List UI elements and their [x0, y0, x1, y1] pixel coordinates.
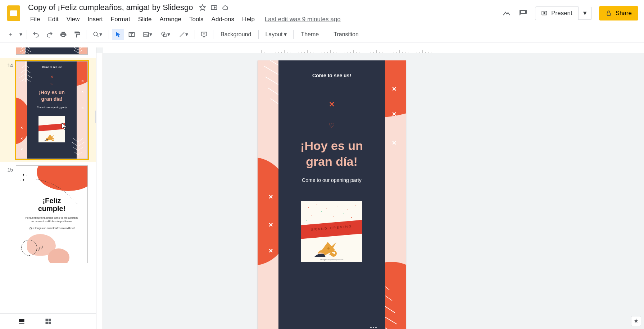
menu-tools[interactable]: Tools [186, 14, 207, 24]
present-label: Present [551, 10, 572, 17]
share-label: Share [616, 10, 632, 17]
slide-dark-panel: Come to see us! ✕ ♡ ¡Hoy es ungran día! … [278, 60, 385, 329]
select-tool[interactable] [112, 29, 124, 40]
filmstrip[interactable]: 14 ✕ ✕ ✕ ✕ ✕ ✕ Come to see us! ✕ ♡ ¡Hoy … [0, 47, 96, 329]
last-edit-link[interactable]: Last edit was 9 minutes ago [265, 16, 341, 23]
slide-number-15: 15 [3, 165, 16, 263]
filmstrip-view-button[interactable] [17, 317, 26, 326]
slide-heart-deco: ♡ [329, 122, 335, 129]
new-slide-button[interactable]: ＋ [4, 29, 17, 40]
thumb14-sub: Come to our opening party [37, 106, 67, 109]
menu-slide[interactable]: Slide [135, 14, 155, 24]
theme-button[interactable]: Theme [296, 31, 323, 38]
comment-button[interactable] [198, 29, 210, 40]
svg-point-30 [327, 247, 330, 250]
document-info: Copy of ¡Feliz cumpleaños, amiga! by Sli… [27, 2, 495, 24]
line-tool[interactable]: ▾ [175, 29, 192, 40]
grid-view-button[interactable] [44, 317, 53, 326]
slide-image[interactable]: GRAND OPENING designed by freepik.com [301, 201, 362, 262]
menu-file[interactable]: File [27, 14, 44, 24]
menu-addons[interactable]: Add-ons [208, 14, 238, 24]
svg-rect-10 [19, 319, 24, 322]
slide-thumb-14-row: 14 ✕ ✕ ✕ ✕ ✕ ✕ Come to see us! ✕ ♡ ¡Hoy … [0, 58, 96, 162]
svg-rect-11 [19, 323, 24, 324]
share-button[interactable]: Share [599, 6, 638, 20]
shape-tool[interactable]: ▾ [157, 29, 174, 40]
app-header: Copy of ¡Feliz cumpleaños, amiga! by Sli… [0, 0, 644, 24]
svg-point-27 [307, 220, 307, 221]
image-attribution: designed by freepik.com [301, 259, 362, 261]
present-button[interactable]: Present [535, 6, 579, 20]
slide-number-14: 14 [3, 61, 16, 159]
svg-point-9 [52, 138, 54, 141]
slides-logo[interactable] [5, 3, 22, 23]
menu-edit[interactable]: Edit [44, 14, 62, 24]
paint-format-button[interactable] [71, 29, 83, 40]
svg-rect-14 [46, 321, 48, 324]
doc-title[interactable]: Copy of ¡Feliz cumpleaños, amiga! by Sli… [27, 2, 195, 13]
slide-canvas[interactable]: ✕ ✕ ✕ ✕ ✕ ✕ Come to see us! ✕ ♡ ¡Hoy es … [258, 60, 406, 329]
undo-button[interactable] [30, 29, 42, 40]
slide-thumb-14[interactable]: ✕ ✕ ✕ ✕ ✕ ✕ Come to see us! ✕ ♡ ¡Hoy es … [16, 61, 88, 159]
move-icon[interactable] [210, 4, 218, 11]
slide-top-text[interactable]: Come to see us! [312, 73, 351, 78]
filmstrip-footer [0, 313, 96, 329]
toolbar: ＋ ▾ ▾ ▾ ▾ ▾ Background Layout ▾ Theme Tr… [0, 27, 644, 42]
svg-rect-2 [607, 13, 610, 15]
svg-point-22 [312, 215, 312, 216]
slide-subtitle[interactable]: Come to our opening party [302, 177, 362, 183]
menu-arrange[interactable]: Arrange [156, 14, 185, 24]
svg-point-25 [321, 211, 322, 212]
present-options-button[interactable]: ▼ [579, 7, 592, 20]
slide-thumb-15[interactable]: ✦ · · ✦ ¡Felizcumple! Porque tengo una a… [16, 165, 88, 263]
ruler-horizontal: document.write(Array.from({length:60},(_… [103, 47, 644, 53]
svg-point-17 [317, 204, 317, 205]
ruler-vertical [96, 53, 103, 329]
svg-point-24 [351, 217, 352, 218]
star-icon[interactable] [199, 4, 206, 11]
thumb14-top: Come to see us! [42, 66, 62, 68]
menu-view[interactable]: View [63, 14, 83, 24]
print-button[interactable] [57, 29, 69, 40]
slide-title[interactable]: ¡Hoy es ungran día! [300, 138, 363, 169]
svg-point-21 [355, 205, 355, 206]
comments-icon[interactable] [518, 9, 528, 18]
svg-point-19 [337, 206, 337, 206]
menu-format[interactable]: Format [107, 14, 134, 24]
svg-rect-12 [46, 319, 48, 321]
svg-point-23 [333, 216, 334, 216]
menu-help[interactable]: Help [239, 14, 258, 24]
cloud-icon[interactable] [222, 4, 229, 11]
slide-thumb-13[interactable] [16, 47, 88, 55]
svg-point-18 [326, 209, 327, 209]
transition-button[interactable]: Transition [329, 31, 363, 38]
background-button[interactable]: Background [216, 31, 255, 38]
explore-button[interactable] [631, 316, 641, 326]
svg-point-26 [343, 214, 344, 214]
slide-x-deco: ✕ [329, 100, 335, 109]
svg-rect-15 [49, 321, 51, 324]
play-in-box-icon [541, 10, 548, 17]
textbox-tool[interactable] [126, 29, 138, 40]
canvas[interactable]: document.write(Array.from({length:60},(_… [96, 47, 644, 329]
panel-resizer[interactable] [370, 327, 377, 328]
new-slide-more[interactable]: ▾ [18, 29, 24, 40]
svg-point-3 [94, 32, 97, 36]
layout-button[interactable]: Layout ▾ [262, 31, 290, 38]
menu-bar: File Edit View Insert Format Slide Arran… [27, 14, 495, 24]
image-tool[interactable]: ▾ [139, 29, 156, 40]
menu-insert[interactable]: Insert [84, 14, 106, 24]
svg-rect-13 [49, 319, 51, 321]
svg-point-20 [348, 209, 348, 210]
lock-icon [606, 10, 612, 17]
activity-icon[interactable] [502, 9, 511, 18]
svg-point-16 [308, 207, 309, 208]
redo-button[interactable] [44, 29, 56, 40]
zoom-button[interactable]: ▾ [89, 29, 106, 40]
